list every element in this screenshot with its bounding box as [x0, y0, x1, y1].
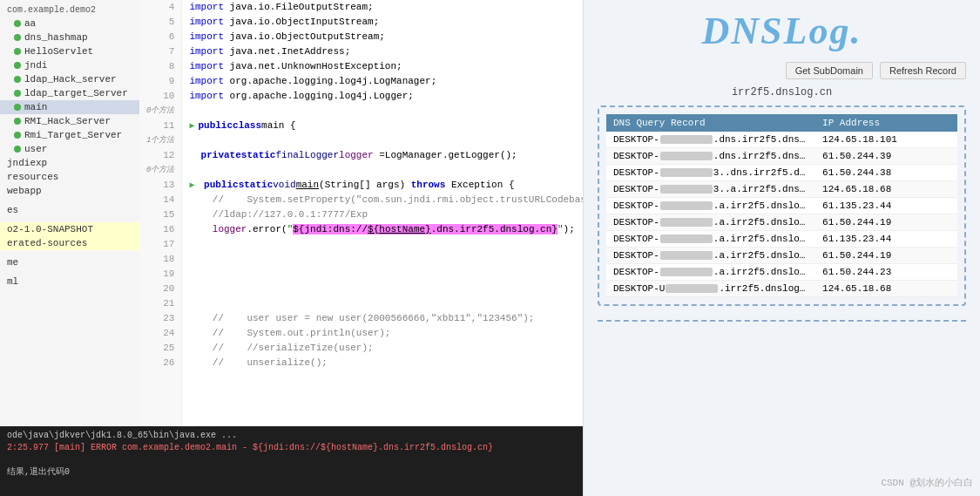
sidebar-item-es[interactable]: es [0, 203, 139, 217]
sidebar-item-user[interactable]: user [0, 142, 139, 156]
dns-table-row: DESKTOP-3..a.irr2f5.dnslog.cn124.65.18.6… [606, 181, 957, 198]
ide-panel: com.example.demo2 aa dns_hashmap HelloSe… [0, 0, 584, 496]
dns-panel: DNSLog. Get SubDomain Refresh Record irr… [584, 0, 980, 496]
dns-ip-cell: 61.50.244.19 [815, 214, 957, 231]
dns-records-container: DNS Query Record IP Address DESKTOP-.dns… [598, 105, 966, 306]
sidebar-item-me[interactable]: me [0, 255, 139, 269]
dns-query-cell: DESKTOP-U.irr2f5.dnslog.cn [606, 281, 815, 297]
dns-table-row: DESKTOP-.a.irr2f5.dnslog.cn61.50.244.23 [606, 264, 957, 281]
dns-query-cell: DESKTOP-.a.irr2f5.dnslog.cn [606, 214, 815, 231]
dns-table-row: DESKTOP-.dns.irr2f5.dnslog.cn124.65.18.1… [606, 132, 957, 148]
dns-query-cell: DESKTOP-.a.irr2f5.dnslog.cn [606, 198, 815, 214]
dns-table-row: DESKTOP-.a.irr2f5.dnslog.cn61.50.244.19 [606, 214, 957, 231]
sidebar-item-webapp[interactable]: webapp [0, 184, 139, 198]
dns-table-row: DESKTOP-.dns.irr2f5.dnslog.cn61.50.244.3… [606, 148, 957, 165]
dns-ip-cell: 61.135.23.44 [815, 198, 957, 214]
sidebar-item-jndi[interactable]: jndi [0, 58, 139, 72]
dns-query-cell: DESKTOP-.dns.irr2f5.dnslog.cn [606, 148, 815, 165]
sidebar-item-generated[interactable]: erated-sources [0, 236, 139, 250]
dns-logo-text: DNSLog. [702, 10, 862, 52]
dns-logo: DNSLog. [598, 9, 966, 53]
sidebar-item-snapshot[interactable]: o2-1.0-SNAPSHOT [0, 222, 139, 236]
dns-ip-cell: 61.135.23.44 [815, 231, 957, 248]
bottom-divider [598, 320, 966, 322]
dns-ip-cell: 61.50.244.38 [815, 165, 957, 181]
sidebar-item-main[interactable]: main [0, 100, 139, 114]
sidebar-item-jndiexp[interactable]: jndiexp [0, 156, 139, 170]
dns-query-cell: DESKTOP-.a.irr2f5.dnslog.cn [606, 248, 815, 264]
ide-sidebar: com.example.demo2 aa dns_hashmap HelloSe… [0, 0, 139, 426]
sidebar-item-resources[interactable]: resources [0, 170, 139, 184]
sidebar-item-helloservlet[interactable]: HelloServlet [0, 44, 139, 58]
dns-ip-cell: 124.65.18.68 [815, 281, 957, 297]
terminal-line-4: 结果,退出代码0 [7, 466, 576, 479]
sidebar-item-ldap-hack[interactable]: ldap_Hack_server [0, 72, 139, 86]
dns-table-row: DESKTOP-3..dns.irr2f5.dnslog.cn61.50.244… [606, 165, 957, 181]
terminal-line-1: ode\java\jdkver\jdk1.8.0_65\bin\java.exe… [7, 430, 576, 442]
dns-query-cell: DESKTOP-.a.irr2f5.dnslog.cn [606, 264, 815, 281]
terminal: ode\java\jdkver\jdk1.8.0_65\bin\java.exe… [0, 426, 583, 496]
dns-query-cell: DESKTOP-3..a.irr2f5.dnslog.cn [606, 181, 815, 198]
sidebar-item-ml[interactable]: ml [0, 275, 139, 289]
dns-ip-cell: 124.65.18.68 [815, 181, 957, 198]
line-numbers: 4 5 6 7 8 9 10 0个方法 11 1个方法 12 0个方法 13 1… [139, 0, 182, 426]
dns-table: DNS Query Record IP Address DESKTOP-.dns… [606, 114, 957, 297]
sidebar-item-rmi-hack[interactable]: RMI_Hack_Server [0, 114, 139, 128]
terminal-line-2: 2:25.977 [main] ERROR com.example.demo2.… [7, 442, 576, 454]
dns-query-cell: DESKTOP-.a.irr2f5.dnslog.cn [606, 231, 815, 248]
code-content: import java.io.FileOutputStream; import … [182, 0, 583, 426]
dns-ip-cell: 124.65.18.101 [815, 132, 957, 148]
dns-table-header-ip: IP Address [815, 114, 957, 132]
watermark: CSDN @划水的小白白 [881, 476, 973, 489]
sidebar-item-package[interactable]: com.example.demo2 [0, 3, 139, 17]
dns-ip-cell: 61.50.244.19 [815, 248, 957, 264]
sidebar-item-ldap-target[interactable]: ldap_target_Server [0, 86, 139, 100]
sidebar-item-dns-hashmap[interactable]: dns_hashmap [0, 31, 139, 44]
dns-ip-cell: 61.50.244.39 [815, 148, 957, 165]
dns-query-cell: DESKTOP-3..dns.irr2f5.dnslog.cn [606, 165, 815, 181]
dns-controls: Get SubDomain Refresh Record [598, 62, 966, 79]
refresh-record-button[interactable]: Refresh Record [880, 62, 966, 79]
dns-domain: irr2f5.dnslog.cn [598, 86, 966, 99]
dns-query-cell: DESKTOP-.dns.irr2f5.dnslog.cn [606, 132, 815, 148]
sidebar-item-aa[interactable]: aa [0, 17, 139, 31]
code-editor: 4 5 6 7 8 9 10 0个方法 11 1个方法 12 0个方法 13 1… [139, 0, 583, 426]
sidebar-item-rmi-target[interactable]: Rmi_Target_Server [0, 128, 139, 142]
dns-table-row: DESKTOP-.a.irr2f5.dnslog.cn61.135.23.44 [606, 198, 957, 214]
dns-table-row: DESKTOP-U.irr2f5.dnslog.cn124.65.18.68 [606, 281, 957, 297]
dns-table-header-query: DNS Query Record [606, 114, 815, 132]
dns-ip-cell: 61.50.244.23 [815, 264, 957, 281]
dns-table-row: DESKTOP-.a.irr2f5.dnslog.cn61.135.23.44 [606, 231, 957, 248]
get-subdomain-button[interactable]: Get SubDomain [786, 62, 873, 79]
dns-table-row: DESKTOP-.a.irr2f5.dnslog.cn61.50.244.19 [606, 248, 957, 264]
